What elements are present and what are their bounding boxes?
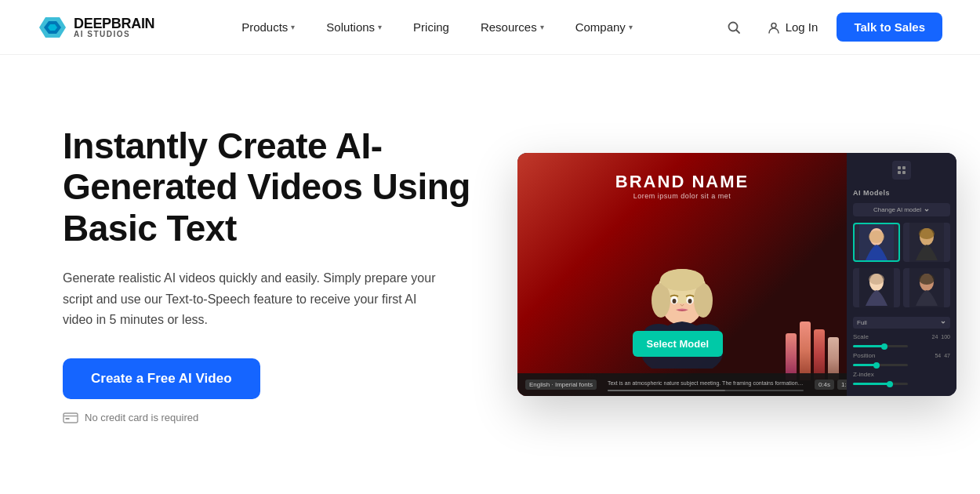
brand-overlay: BRAND NAME Lorem ipsum dolor sit a met xyxy=(615,172,749,200)
svg-rect-6 xyxy=(64,413,78,423)
search-button[interactable] xyxy=(720,13,748,42)
hero-section: Instantly Create AI-Generated Videos Usi… xyxy=(0,55,980,494)
login-button[interactable]: Log In xyxy=(757,14,828,41)
user-icon xyxy=(767,20,781,35)
svg-rect-22 xyxy=(898,166,901,169)
hero-content: Instantly Create AI-Generated Videos Usi… xyxy=(63,125,470,424)
model-thumb-1[interactable] xyxy=(853,223,900,262)
svg-rect-24 xyxy=(898,171,901,174)
right-icon-strip xyxy=(853,161,950,183)
nav-solutions[interactable]: Solutions ▾ xyxy=(314,14,394,40)
svg-point-18 xyxy=(673,299,677,303)
lipstick-products xyxy=(786,321,839,380)
screenshot-main: BRAND NAME Lorem ipsum dolor sit a met xyxy=(517,153,956,396)
nav-products[interactable]: Products ▾ xyxy=(229,14,307,40)
video-controls: English · Imperial fonts Text is an atmo… xyxy=(517,373,847,396)
navbar: DEEPBRAIN AI STUDIOS Products ▾ Solution… xyxy=(0,0,980,55)
chevron-down-icon: ▾ xyxy=(629,23,633,31)
scale-slider[interactable] xyxy=(853,345,908,347)
svg-point-28 xyxy=(869,231,884,243)
video-preview: BRAND NAME Lorem ipsum dolor sit a met xyxy=(517,153,847,396)
hero-description: Generate realistic AI videos quickly and… xyxy=(63,268,439,330)
screenshot-sidebar: AI Models Change Al model xyxy=(847,153,956,396)
model-thumb-3[interactable] xyxy=(853,268,900,307)
position-slider[interactable] xyxy=(853,364,908,366)
logo-ai-studios: AI STUDIOS xyxy=(74,31,154,38)
sidebar-icon-1[interactable] xyxy=(892,161,911,180)
nav-resources[interactable]: Resources ▾ xyxy=(468,14,557,40)
svg-rect-8 xyxy=(66,418,70,420)
model-grid-2 xyxy=(853,268,950,307)
nav-links: Products ▾ Solutions ▾ Pricing Resources… xyxy=(229,14,645,40)
svg-point-3 xyxy=(728,22,737,31)
model-grid xyxy=(853,223,950,262)
product-screenshot: BRAND NAME Lorem ipsum dolor sit a met xyxy=(517,153,956,396)
search-icon xyxy=(727,20,741,35)
chevron-down-icon: ▾ xyxy=(540,23,544,31)
svg-point-13 xyxy=(652,283,670,318)
svg-point-5 xyxy=(771,23,776,27)
logo-deepbrain: DEEPBRAIN xyxy=(74,16,154,31)
svg-rect-23 xyxy=(902,166,906,169)
hero-screenshot: BRAND NAME Lorem ipsum dolor sit a met xyxy=(517,153,956,396)
svg-rect-25 xyxy=(902,171,906,174)
select-model-button[interactable]: Select Model xyxy=(633,331,723,357)
hero-title: Instantly Create AI-Generated Videos Usi… xyxy=(63,125,470,250)
chevron-down-icon: ▾ xyxy=(378,23,382,31)
talk-to-sales-button[interactable]: Talk to Sales xyxy=(837,13,942,42)
nav-pricing[interactable]: Pricing xyxy=(401,14,462,40)
nav-company[interactable]: Company ▾ xyxy=(563,14,645,40)
nav-right: Log In Talk to Sales xyxy=(720,13,942,42)
credit-card-icon xyxy=(63,412,78,423)
svg-point-15 xyxy=(660,269,704,291)
zindex-slider[interactable] xyxy=(853,383,908,385)
model-thumb-2[interactable] xyxy=(903,223,950,262)
create-free-video-button[interactable]: Create a Free AI Video xyxy=(63,358,260,399)
logo[interactable]: DEEPBRAIN AI STUDIOS xyxy=(38,13,154,42)
no-cc-notice: No credit card is required xyxy=(63,412,470,423)
model-thumb-4[interactable] xyxy=(903,268,950,307)
svg-line-4 xyxy=(736,30,739,33)
svg-point-14 xyxy=(694,283,713,318)
chevron-down-icon: ▾ xyxy=(291,23,295,31)
svg-point-19 xyxy=(688,299,692,303)
logo-text: DEEPBRAIN AI STUDIOS xyxy=(74,16,154,38)
logo-icon xyxy=(38,13,67,42)
svg-point-34 xyxy=(869,274,884,285)
sidebar-controls: Full Scale 24 100 xyxy=(853,317,950,385)
svg-point-37 xyxy=(919,274,935,285)
svg-point-31 xyxy=(919,228,935,239)
